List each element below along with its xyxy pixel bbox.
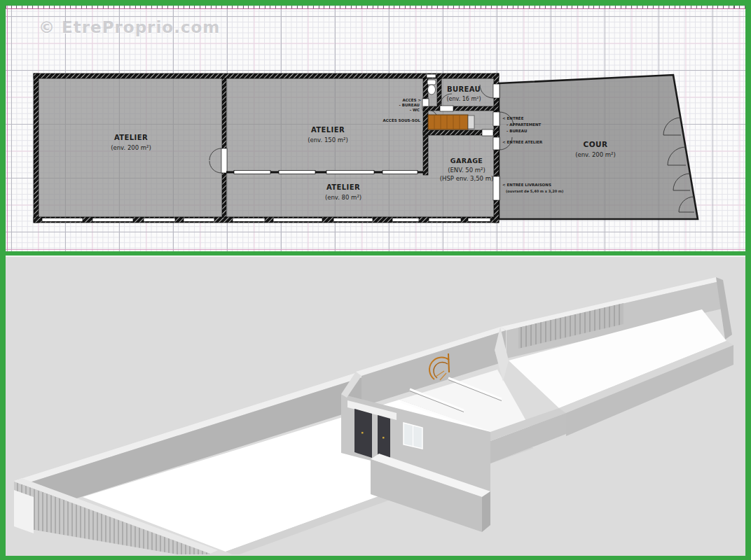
- wall-left: [34, 74, 39, 223]
- label-atelier200-name: ATELIER: [114, 134, 148, 141]
- note-entree-l1: < ENTRÉE: [502, 115, 524, 120]
- label-bureau-area: (env. 16 m²): [446, 96, 481, 102]
- note-entree-l3: - BUREAU: [507, 129, 527, 133]
- floor-plan-2d-pane: © EtreProprio.com: [6, 6, 745, 251]
- door-gap-bureau: [440, 106, 453, 111]
- view-3d-pane: [6, 255, 745, 556]
- door-gap-entree-atelier: [493, 137, 499, 150]
- note-entree-atelier: < ENTRÉE ATELIER: [502, 139, 543, 144]
- door-gap-livraisons: [493, 176, 499, 200]
- listing-image: { "watermark": "© EtreProprio.com", "col…: [0, 0, 751, 560]
- wall-bureau-south: [423, 106, 499, 111]
- stairs-sous-sol: [428, 115, 474, 130]
- label-garage-area: (ENV. 50 m²): [448, 167, 485, 174]
- note-livraisons-l1: < ENTRÉE LIVRAISONS: [502, 182, 551, 187]
- door-gap-appartement: [493, 84, 499, 98]
- floor-plan-drawing: ATELIER (env. 200 m²) ATELIER (env. 150 …: [6, 6, 745, 251]
- 3d-door-handle-1: [361, 432, 364, 434]
- note-acces-sous-sol: ACCÈS SOUS-SOL: [383, 118, 421, 122]
- 3d-west-annex: [14, 490, 34, 533]
- door-gap-entree: [493, 112, 499, 126]
- note-acces-l3: - WC: [410, 108, 420, 112]
- label-atelier200-area: (env. 200 m²): [111, 144, 151, 151]
- note-entree-l2: - APPARTEMENT: [507, 122, 542, 127]
- wall-atelier200-150: [222, 78, 226, 217]
- label-cour-area: (env. 200 m²): [575, 151, 616, 158]
- note-acces-l1: ACCÈS >: [402, 97, 421, 102]
- wall-atelier150-garage: [423, 78, 428, 175]
- label-garage-hsp: (HSP env. 3,50 m): [440, 175, 494, 182]
- label-garage-name: GARAGE: [450, 157, 483, 164]
- window-wc: [427, 74, 436, 78]
- toilet-icon: [427, 80, 436, 94]
- view-3d-drawing: [6, 257, 745, 554]
- label-atelier80-area: (env. 80 m²): [325, 194, 361, 201]
- label-atelier80-name: ATELIER: [326, 183, 360, 191]
- label-atelier150-area: (env. 150 m²): [308, 136, 348, 144]
- door-gap-ateliers: [221, 148, 227, 173]
- label-cour-name: COUR: [584, 140, 608, 148]
- 3d-front-block-side: [482, 491, 490, 532]
- label-atelier150-name: ATELIER: [311, 126, 345, 134]
- wall-wc-bureau: [437, 78, 441, 108]
- note-livraisons-l2: (ouvrant de 5,40 m x 3,20 m): [506, 189, 563, 193]
- label-bureau-name: BUREAU: [447, 85, 481, 93]
- 3d-door-handle-2: [383, 437, 385, 439]
- door-gap-garage: [482, 130, 493, 136]
- note-acces-l2: - BUREAU: [399, 103, 420, 107]
